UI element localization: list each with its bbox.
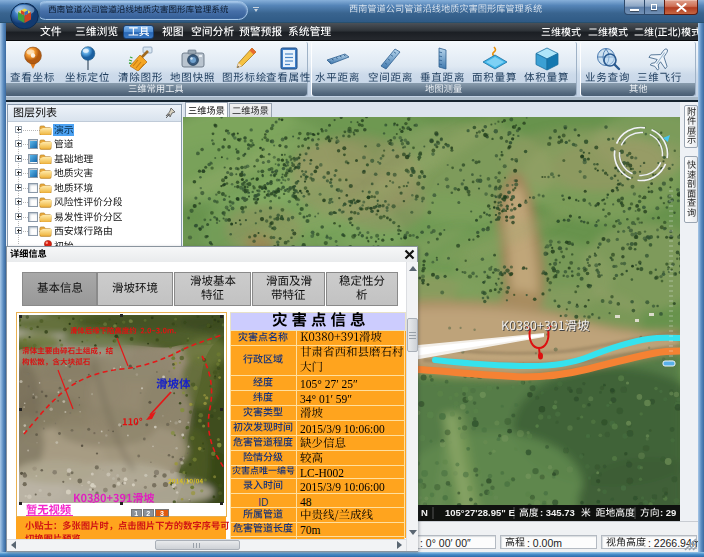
svg-text:105°27'28.95" E: 105°27'28.95" E bbox=[445, 507, 515, 518]
svg-text:N: N bbox=[421, 507, 428, 518]
svg-text:: 345.73: : 345.73 bbox=[540, 507, 575, 518]
svg-text:: 29: : 29 bbox=[660, 507, 676, 518]
